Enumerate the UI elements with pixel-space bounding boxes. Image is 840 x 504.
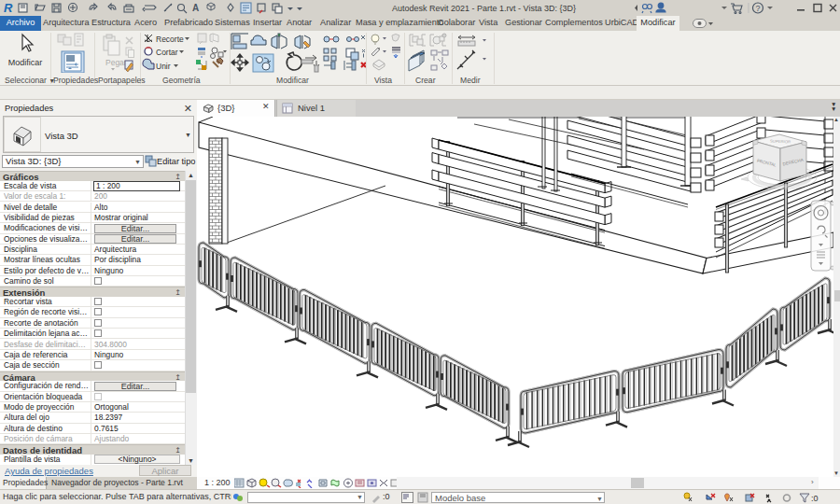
svg-text:R: R bbox=[4, 1, 13, 15]
svg-text:?: ? bbox=[756, 4, 761, 13]
svg-text:A: A bbox=[192, 3, 199, 13]
svg-text:Pegar: Pegar bbox=[105, 58, 127, 67]
svg-text::0: :0 bbox=[811, 494, 819, 503]
svg-text:Recorte: Recorte bbox=[156, 35, 184, 44]
svg-text:SUPERIOR: SUPERIOR bbox=[770, 139, 791, 145]
svg-text:Unir: Unir bbox=[156, 62, 171, 71]
svg-text:Cortar: Cortar bbox=[156, 48, 178, 57]
